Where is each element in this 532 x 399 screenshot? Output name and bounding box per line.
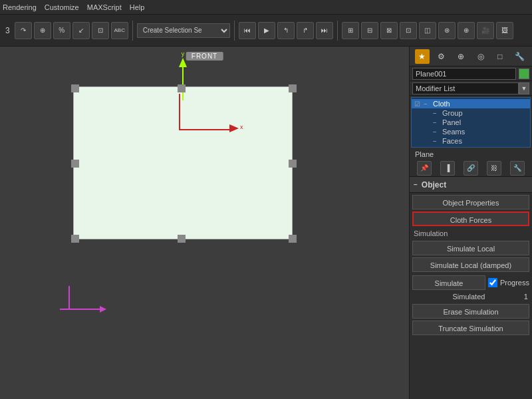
modifier-list-bar: ▼ — [410, 81, 532, 96]
panel-btn-link[interactable]: 🔗 — [464, 161, 478, 176]
y-axis-arrow — [179, 58, 187, 67]
x-axis-label: x — [240, 124, 243, 130]
simulate-row: Simulate Progress — [410, 274, 532, 291]
toolbar-btn-nav1[interactable]: ⏮ — [239, 22, 256, 39]
toolbar-btn-key4[interactable]: ⊡ — [400, 22, 417, 39]
tree-label-group: Group — [442, 109, 527, 117]
toolbar-btn-key1[interactable]: ⊞ — [342, 22, 359, 39]
panel-icon-motion[interactable]: ◎ — [473, 49, 488, 64]
panel-btn-select[interactable]: ▐ — [440, 161, 455, 176]
tree-item-seams[interactable]: − Seams — [412, 127, 530, 136]
x-axis-vert — [179, 94, 180, 130]
panel-btn-wrench[interactable]: 🔧 — [510, 161, 525, 176]
btn-simulate[interactable]: Simulate — [412, 275, 485, 290]
menu-maxscript[interactable]: MAXScript — [87, 3, 122, 11]
tree-item-group[interactable]: − Group — [412, 108, 530, 118]
tree-label-faces: Faces — [442, 137, 527, 145]
object-name-input[interactable] — [412, 68, 516, 80]
progress-label: Progress — [500, 279, 529, 287]
tree-label-seams: Seams — [442, 128, 527, 136]
object-section: − Object Object Properties Cloth Forces … — [410, 177, 532, 399]
toolbar-btn-abc[interactable]: ABC — [111, 22, 128, 39]
toolbar-btn-render2[interactable]: 🖼 — [496, 22, 513, 39]
toolbar-btn-key3[interactable]: ⊠ — [380, 22, 398, 39]
toolbar-btn-3[interactable]: % — [53, 22, 70, 39]
toolbar-btn-4[interactable]: ↙ — [72, 22, 90, 39]
toolbar-btn-nav5[interactable]: ⏭ — [316, 22, 333, 39]
tree-icon-dash-2: − — [433, 119, 442, 126]
corner-handle-tl — [71, 84, 79, 92]
plane-item[interactable]: Plane — [410, 149, 532, 160]
toolbar-selection-dropdown[interactable]: Create Selection Se — [137, 23, 230, 38]
toolbar-btn-nav2[interactable]: ▶ — [258, 22, 275, 39]
menu-customize[interactable]: Customize — [45, 3, 79, 11]
tree-icon-dash-3: − — [433, 128, 442, 136]
x-axis-horiz — [179, 129, 232, 130]
toolbar-btn-key7[interactable]: ⊕ — [458, 22, 475, 39]
tree-item-panel[interactable]: − Panel — [412, 118, 530, 127]
menu-bar: Rendering Customize MAXScript Help — [0, 0, 532, 15]
toolbar-btn-2[interactable]: ⊕ — [34, 22, 51, 39]
toolbar-btn-key6[interactable]: ⊛ — [438, 22, 456, 39]
panel-icon-modify[interactable]: ⚙ — [434, 49, 449, 64]
menu-rendering[interactable]: Rendering — [3, 3, 37, 11]
right-panel: ★ ⚙ ⊕ ◎ □ 🔧 ▼ ☑ − Cloth — [409, 47, 532, 399]
tree-icon-dash-1: − — [433, 110, 442, 117]
toolbar-btn-key2[interactable]: ⊟ — [361, 22, 378, 39]
btn-cloth-forces[interactable]: Cloth Forces — [412, 211, 529, 226]
modifier-tree: ☑ − Cloth − Group − Panel − Seams — [411, 97, 531, 148]
corner-handle-tr — [289, 84, 297, 92]
btn-truncate-simulation[interactable]: Truncate Simulation — [412, 321, 529, 335]
tree-icon-checkbox: ☑ — [414, 100, 424, 108]
object-name-bar — [410, 66, 532, 81]
btn-erase-simulation[interactable]: Erase Simulation — [412, 304, 529, 319]
simulation-label: Simulation — [410, 228, 532, 239]
object-color-swatch[interactable] — [519, 68, 529, 79]
tree-icon-dash-4: − — [433, 138, 442, 145]
corner-handle-bm — [178, 235, 186, 243]
corner-handle-br — [289, 235, 297, 243]
main-area: FRONT y x — [0, 47, 532, 399]
panel-btn-pin[interactable]: 📌 — [417, 161, 432, 176]
toolbar-btn-render1[interactable]: 🎥 — [477, 22, 494, 39]
toolbar-number: 3 — [3, 26, 13, 35]
progress-checkbox[interactable] — [488, 278, 497, 287]
helper-line-h — [60, 309, 100, 310]
tree-label-panel: Panel — [442, 118, 527, 126]
simulated-row: Simulated 1 — [410, 291, 532, 302]
helper-arrow — [100, 306, 106, 313]
toolbar-btn-nav3[interactable]: ↰ — [277, 22, 295, 39]
toolbar-btn-1[interactable]: ↷ — [15, 22, 32, 39]
viewport-canvas: y x — [73, 86, 293, 239]
btn-simulate-local-damped[interactable]: Simulate Local (damped) — [412, 257, 529, 272]
viewport[interactable]: FRONT y x — [0, 47, 409, 399]
panel-btn-unlink[interactable]: ⛓ — [487, 161, 501, 176]
toolbar-btn-key5[interactable]: ◫ — [419, 22, 436, 39]
toolbar-btn-5[interactable]: ⊡ — [92, 22, 109, 39]
panel-icon-utilities[interactable]: 🔧 — [512, 49, 527, 64]
btn-object-properties[interactable]: Object Properties — [412, 195, 529, 209]
corner-handle-mr — [289, 160, 297, 168]
modifier-list-dropdown-arrow[interactable]: ▼ — [519, 82, 529, 94]
viewport-label: FRONT — [186, 52, 223, 61]
menu-help[interactable]: Help — [130, 3, 145, 11]
toolbar: 3 ↷ ⊕ % ↙ ⊡ ABC Create Selection Se ⏮ ▶ … — [0, 15, 532, 47]
corner-handle-tm — [178, 84, 186, 92]
tree-icon-expand[interactable]: − — [424, 100, 433, 108]
section-header-label: Object — [422, 180, 446, 190]
section-header-object[interactable]: − Object — [410, 177, 532, 193]
panel-icon-display[interactable]: □ — [493, 49, 507, 64]
panel-icon-create[interactable]: ★ — [415, 49, 430, 64]
btn-simulate-local[interactable]: Simulate Local — [412, 241, 529, 255]
panel-icon-hierarchy[interactable]: ⊕ — [454, 49, 468, 64]
corner-handle-ml — [71, 160, 79, 168]
toolbar-btn-nav4[interactable]: ↱ — [297, 22, 314, 39]
panel-top-icons: ★ ⚙ ⊕ ◎ □ 🔧 — [410, 47, 532, 66]
modifier-list-input[interactable] — [412, 82, 519, 94]
tree-item-cloth[interactable]: ☑ − Cloth — [412, 99, 530, 108]
simulated-value: 1 — [524, 293, 528, 301]
tree-label-cloth: Cloth — [433, 100, 527, 108]
corner-handle-bl — [71, 235, 79, 243]
toolbar-separator-1 — [132, 21, 133, 41]
tree-item-faces[interactable]: − Faces — [412, 136, 530, 146]
